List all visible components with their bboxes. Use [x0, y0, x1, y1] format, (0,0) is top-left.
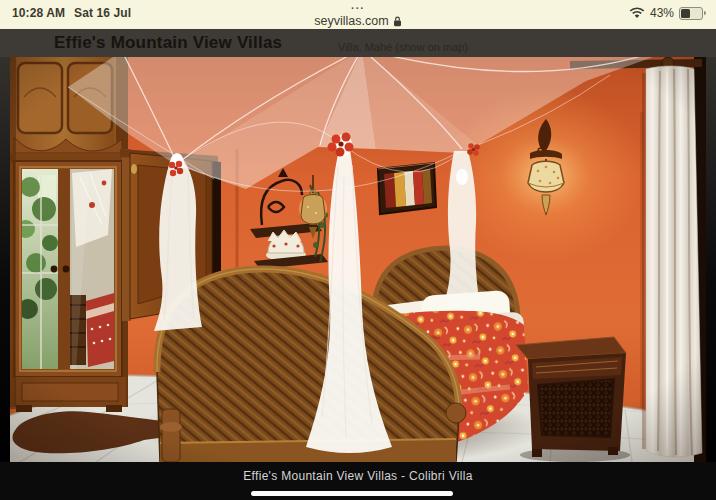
- photo-caption: Effie's Mountain View Villas - Colibri V…: [0, 469, 716, 483]
- battery-cap: [704, 11, 706, 15]
- home-indicator[interactable]: [251, 491, 453, 496]
- address-bar[interactable]: ··· seyvillas.com: [248, 0, 468, 28]
- lightbox-photo[interactable]: [10, 57, 706, 462]
- dimmed-page-header[interactable]: Effie's Mountain View Villas Villa, Mahé…: [0, 29, 716, 57]
- lock-icon: [393, 16, 402, 27]
- battery-percent: 43%: [650, 6, 674, 20]
- date-label: Sat 16 Jul: [74, 6, 131, 20]
- battery-icon: [679, 7, 703, 20]
- domain-label[interactable]: seyvillas.com: [314, 14, 388, 28]
- time-label: 10:28 AM: [12, 6, 65, 20]
- ipad-screen: 10:28 AMSat 16 Jul ··· seyvillas.com 43%: [0, 0, 716, 500]
- status-bar: 10:28 AMSat 16 Jul ··· seyvillas.com 43%: [0, 0, 716, 29]
- battery-fill: [681, 9, 690, 18]
- wifi-icon: [629, 7, 645, 19]
- vignette: [10, 57, 706, 462]
- page-title: Effie's Mountain View Villas: [54, 33, 282, 53]
- page-options-button[interactable]: ···: [248, 3, 468, 13]
- page-subtitle: Villa, Mahé (show on map): [338, 41, 468, 53]
